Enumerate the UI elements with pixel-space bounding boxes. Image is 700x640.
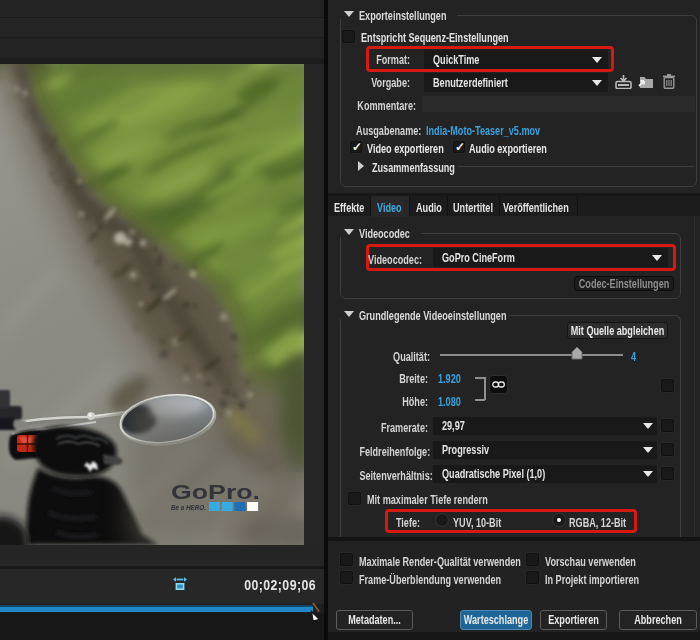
svg-text:Be a HERO.: Be a HERO. <box>171 503 206 512</box>
svg-text:GoPro.: GoPro. <box>171 481 260 503</box>
